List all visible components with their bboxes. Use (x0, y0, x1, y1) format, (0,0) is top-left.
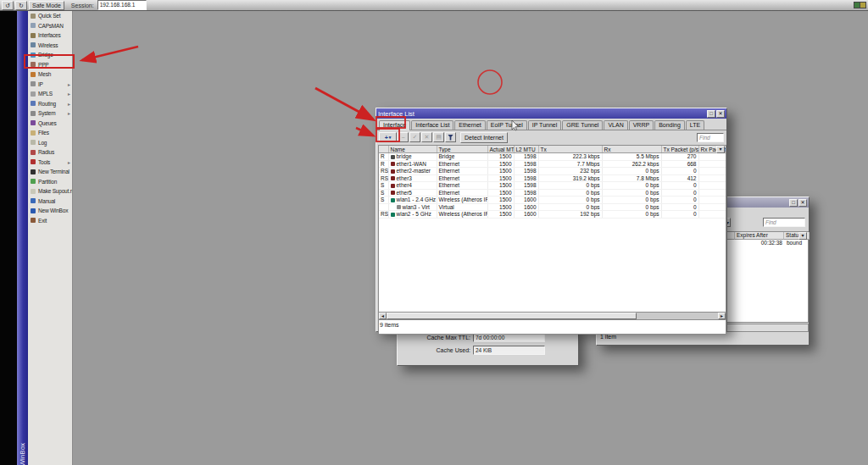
cell-rx-packet (698, 174, 726, 182)
cell-rx-packet (698, 211, 726, 219)
table-row[interactable]: Swlan1 - 2.4 GHzWireless (Atheros IPQ...… (379, 197, 726, 204)
close-icon[interactable]: ✕ (716, 110, 725, 118)
column-header-l2-mtu[interactable]: L2 MTU (514, 146, 538, 153)
dhcp-column-expires-after[interactable]: Expires After (735, 232, 784, 240)
sidebar-item-label: PPP (38, 62, 48, 68)
column-header-tx-packet-p-s[interactable]: Tx Packet (p/s) (661, 146, 698, 153)
table-row[interactable]: Sether4Ethernet150015980 bps0 bps0 (379, 182, 726, 190)
column-header-type[interactable]: Type (437, 146, 487, 153)
detect-internet-button[interactable]: Detect Internet (460, 132, 508, 143)
scroll-right-icon[interactable]: ► (718, 313, 726, 319)
comment-icon: ▤ (436, 134, 442, 141)
table-row[interactable]: RSwlan2 - 5 GHzWireless (Atheros IPQ...1… (379, 211, 726, 219)
sidebar-item-ip[interactable]: IP▸ (28, 80, 72, 90)
sidebar-item-exit[interactable]: Exit (28, 216, 72, 226)
tab-interface[interactable]: Interface (379, 120, 410, 130)
tab-lte[interactable]: LTE (686, 120, 704, 130)
cell-tx: 0 bps (538, 182, 602, 190)
sidebar-item-wireless[interactable]: Wireless (28, 41, 72, 51)
column-header-flags[interactable] (379, 146, 388, 153)
table-row[interactable]: wlan3 - VirtVirtual150016000 bps0 bps0 (379, 203, 726, 211)
sidebar-item-files[interactable]: Files (28, 128, 72, 138)
safe-mode-button[interactable]: Safe Mode (29, 1, 64, 10)
sidebar-item-partition[interactable]: Partition (28, 177, 72, 187)
sidebar-item-mesh[interactable]: Mesh (28, 69, 72, 80)
submenu-arrow-icon: ▸ (68, 159, 70, 165)
table-row[interactable]: RbridgeBridge15001598222.3 kbps5.5 Mbps2… (379, 153, 726, 161)
sidebar-item-log[interactable]: Log (28, 138, 72, 148)
column-header-actual-mtu[interactable]: Actual MTU (487, 146, 514, 153)
tab-vlan[interactable]: VLAN (604, 120, 627, 130)
redo-icon[interactable]: ↻ (15, 1, 27, 10)
dhcp-column-dropdown-icon[interactable]: ▾ (798, 232, 807, 240)
interface-toolbar: +▾−✓✕▤ Detect Internet (376, 130, 726, 144)
sidebar-item-mpls[interactable]: MPLS▸ (28, 89, 72, 99)
sidebar-item-radius[interactable]: Radius (28, 147, 72, 158)
tab-interface-list[interactable]: Interface List (411, 120, 453, 130)
sidebar-item-label: Quick Set (38, 13, 60, 19)
cell-l2-mtu: 1600 (514, 211, 538, 219)
tab-ip-tunnel[interactable]: IP Tunnel (528, 120, 561, 130)
capsman-icon (31, 23, 36, 28)
maximize-icon[interactable]: □ (707, 110, 715, 118)
enable-button[interactable]: ✓ (409, 132, 420, 142)
dhcp-row-status[interactable]: bound (785, 240, 810, 246)
scroll-left-icon[interactable]: ◄ (379, 313, 387, 319)
cell-name: wlan2 - 5 GHz (388, 211, 437, 219)
close-icon[interactable]: ✕ (798, 199, 807, 207)
interface-list-window: Interface List □ ✕ InterfaceInterface Li… (376, 108, 727, 332)
tab-gre-tunnel[interactable]: GRE Tunnel (562, 120, 603, 130)
sidebar-item-tools[interactable]: Tools▸ (28, 158, 72, 168)
radius-icon (31, 150, 36, 155)
sidebar-item-ppp[interactable]: PPP (28, 60, 72, 70)
table-row[interactable]: Sether5Ethernet150015980 bps0 bps0 (379, 189, 726, 197)
column-header-name[interactable]: Name (388, 146, 437, 153)
scrollbar-thumb[interactable] (387, 313, 637, 319)
find-input[interactable]: Find (697, 133, 724, 142)
ip-icon (31, 81, 36, 86)
cell-rx-packet (698, 168, 726, 175)
log-icon (31, 140, 36, 145)
sidebar-item-manual[interactable]: Manual (28, 197, 72, 207)
sidebar-item-bridge[interactable]: Bridge (28, 50, 72, 60)
filter-button[interactable] (445, 132, 456, 142)
sidebar-item-quick-set[interactable]: Quick Set (28, 11, 72, 21)
interface-horizontal-scrollbar[interactable]: ◄ ► (378, 312, 726, 320)
session-field[interactable]: 192.168.168.1 (97, 0, 147, 10)
undo-icon[interactable]: ↺ (2, 1, 14, 10)
table-row[interactable]: RSether3Ethernet15001598319.2 kbps7.8 Mb… (379, 174, 726, 182)
comment-button[interactable]: ▤ (433, 132, 444, 142)
sidebar-item-routing[interactable]: Routing▸ (28, 99, 72, 109)
dhcp-find-input[interactable]: Find (763, 218, 805, 227)
cell-rx-packet (698, 160, 726, 168)
column-header-rx[interactable]: Rx (602, 146, 661, 153)
tab-bonding[interactable]: Bonding (654, 120, 685, 130)
column-header-tx[interactable]: Tx (538, 146, 602, 153)
sidebar-item-capsman[interactable]: CAPsMAN (28, 21, 72, 31)
tab-ethernet[interactable]: Ethernet (454, 120, 485, 130)
cell-actual-mtu: 1500 (487, 197, 514, 204)
table-row[interactable]: Rether1-WANEthernet150015987.7 Mbps262.2… (379, 160, 726, 168)
cell-tx-packet: 0 (661, 189, 698, 197)
sidebar-item-system[interactable]: System▸ (28, 108, 72, 119)
table-row[interactable]: RSether2-masterEthernet15001598232 bps0 … (379, 168, 726, 175)
table-header-row[interactable]: NameTypeActual MTUL2 MTUTxRxTx Packet (p… (379, 146, 726, 153)
sidebar-item-label: Interfaces (38, 32, 61, 38)
add-button[interactable]: +▾ (379, 132, 397, 142)
sidebar-item-label: Queues (38, 120, 57, 126)
sidebar-item-queues[interactable]: Queues (28, 119, 72, 129)
sidebar-item-new-winbox[interactable]: New WinBox (28, 206, 72, 216)
dhcp-row-expires-after[interactable]: 00:32:38 (735, 240, 784, 246)
sidebar-item-new-terminal[interactable]: New Terminal (28, 167, 72, 177)
sidebar-item-make-supout-rif[interactable]: Make Supout.rif (28, 186, 72, 197)
disable-button[interactable]: ✕ (421, 132, 432, 142)
interface-window-titlebar[interactable]: Interface List □ ✕ (376, 108, 726, 119)
table-column-dropdown-icon[interactable]: ▾ (716, 146, 725, 153)
remove-button[interactable]: − (398, 132, 409, 142)
tab-vrrp[interactable]: VRRP (629, 120, 654, 130)
sidebar-item-interfaces[interactable]: Interfaces (28, 30, 72, 41)
cell-rx: 0 bps (602, 189, 661, 197)
cell-flags: RS (379, 168, 388, 175)
tab-eoip-tunnel[interactable]: EoIP Tunnel (487, 120, 527, 130)
maximize-icon[interactable]: □ (789, 199, 798, 207)
